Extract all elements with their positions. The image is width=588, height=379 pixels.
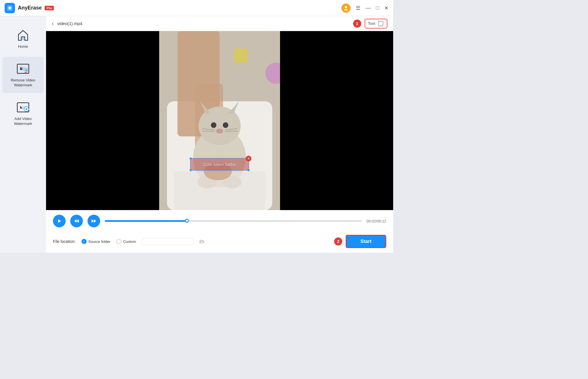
header-right: 1 Tool: [353, 19, 387, 28]
sidebar-add-watermark-label: Add VideoWatermark [14, 117, 32, 126]
sidebar-item-home[interactable]: Home [2, 23, 44, 54]
sidebar-home-label: Home [18, 44, 28, 49]
svg-marker-37 [77, 219, 79, 223]
svg-point-19 [199, 106, 241, 145]
main-layout: Home Remove VideoWatermark [0, 16, 393, 253]
titlebar-right: ☰ — □ ✕ [341, 3, 389, 13]
source-folder-radio[interactable] [81, 239, 87, 244]
app-name: AnyErase [18, 5, 42, 11]
custom-option[interactable]: Custom [116, 239, 136, 244]
handle-bl[interactable] [190, 169, 192, 171]
svg-marker-36 [74, 219, 77, 223]
watermark-label: Cute kitten bathe [203, 162, 236, 167]
forward-button[interactable] [87, 215, 100, 227]
video-frame: ✕ Cute kitten bathe [46, 31, 393, 210]
video-center-image: ✕ Cute kitten bathe [159, 31, 280, 210]
time-display: 00:02/00:12 [366, 219, 386, 223]
sidebar-item-remove-watermark[interactable]: Remove VideoWatermark [2, 57, 44, 93]
svg-point-24 [216, 129, 223, 134]
custom-label: Custom [123, 239, 136, 244]
file-name: video(1).mp4 [57, 21, 83, 26]
browse-folder-button[interactable]: 🗁 [199, 239, 205, 245]
user-avatar[interactable] [341, 3, 351, 13]
svg-point-22 [211, 122, 217, 128]
video-area: ✕ Cute kitten bathe [46, 31, 393, 210]
file-location-left: File location: Source folder Custom 🗁 [53, 238, 205, 245]
svg-rect-33 [234, 49, 248, 63]
content-header: ‹ video(1).mp4 1 Tool: [46, 16, 393, 31]
sidebar-remove-watermark-label: Remove VideoWatermark [11, 78, 35, 88]
svg-rect-13 [378, 21, 383, 26]
pro-badge: Pro [45, 6, 54, 10]
custom-path-input[interactable] [142, 238, 194, 245]
playback-controls: 00:02/00:12 [53, 215, 386, 227]
titlebar-left: AnyErase Pro [5, 3, 54, 13]
svg-marker-35 [58, 219, 61, 223]
sidebar-item-add-watermark[interactable]: Add VideoWatermark [2, 95, 44, 132]
video-thumbnail [159, 31, 280, 210]
back-button[interactable]: ‹ [52, 20, 54, 27]
content-area: ‹ video(1).mp4 1 Tool: [46, 16, 393, 253]
svg-marker-39 [94, 219, 96, 223]
controls-area: 00:02/00:12 File location: Source folder… [46, 210, 393, 253]
crop-tool-icon [378, 20, 384, 27]
video-right-black [280, 31, 393, 210]
add-watermark-icon [16, 100, 30, 114]
file-location-right: 2 Start [334, 235, 386, 248]
source-folder-option[interactable]: Source folder [81, 239, 111, 244]
progress-thumb[interactable] [185, 219, 189, 223]
tool-box[interactable]: Tool: [365, 19, 387, 28]
svg-rect-3 [21, 37, 25, 40]
play-button[interactable] [53, 215, 66, 227]
step1-badge: 1 [353, 20, 361, 28]
start-button[interactable]: Start [346, 235, 386, 248]
app-logo [5, 3, 15, 13]
svg-marker-38 [92, 219, 94, 223]
file-location-label: File location: [53, 239, 76, 244]
video-left-black [46, 31, 159, 210]
step2-badge: 2 [334, 237, 342, 245]
custom-radio[interactable] [116, 239, 121, 244]
rewind-button[interactable] [70, 215, 83, 227]
file-location-bar: File location: Source folder Custom 🗁 2 … [53, 232, 386, 253]
content-header-left: ‹ video(1).mp4 [52, 20, 82, 27]
svg-point-2 [345, 6, 347, 8]
handle-br[interactable] [248, 169, 250, 171]
minimize-icon[interactable]: — [366, 5, 371, 11]
window-controls: ☰ — □ ✕ [356, 5, 389, 11]
home-icon [16, 28, 30, 42]
handle-tl[interactable] [190, 157, 192, 160]
svg-point-23 [223, 122, 229, 128]
svg-marker-10 [20, 106, 22, 108]
sidebar: Home Remove VideoWatermark [0, 16, 46, 253]
progress-bar[interactable] [105, 220, 362, 222]
titlebar: AnyErase Pro ☰ — □ ✕ [0, 0, 393, 16]
remove-watermark-icon [16, 62, 30, 76]
maximize-icon[interactable]: □ [376, 5, 379, 11]
progress-fill [105, 220, 187, 222]
source-folder-label: Source folder [88, 239, 111, 244]
hamburger-icon[interactable]: ☰ [356, 5, 360, 11]
close-icon[interactable]: ✕ [384, 5, 389, 11]
watermark-selection-box[interactable]: ✕ Cute kitten bathe [190, 158, 249, 171]
tool-label: Tool: [368, 21, 376, 26]
watermark-close-button[interactable]: ✕ [246, 156, 252, 161]
